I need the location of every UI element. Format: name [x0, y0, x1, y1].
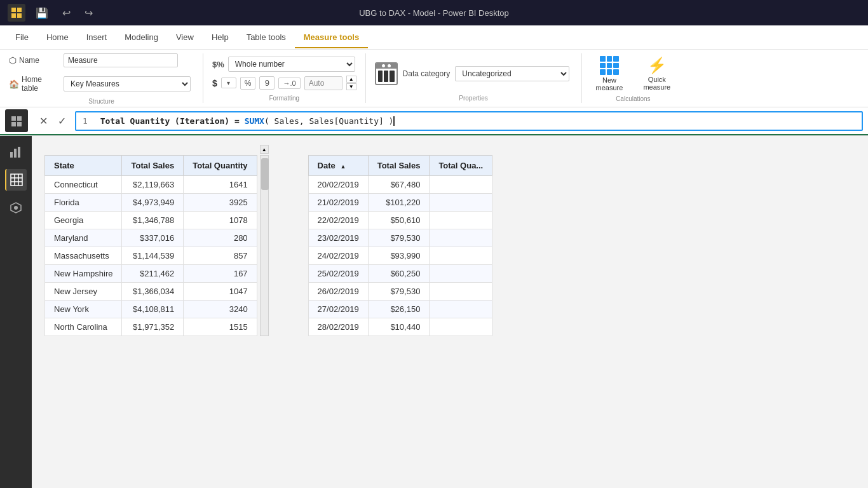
total-quantity-col-header: Total Quantity	[184, 156, 257, 176]
title-bar: 💾 ↩ ↪ UBG to DAX - Model - Power BI Desk…	[0, 0, 868, 25]
tab-help[interactable]: Help	[203, 27, 238, 48]
home-table-label: Home table	[22, 75, 60, 93]
decimal-up-button[interactable]: ▲	[346, 76, 356, 83]
table-row: New Hampshire $211,462 167	[45, 265, 257, 283]
table-row: 24/02/2019 $93,990	[308, 247, 492, 265]
table-row: Florida $4,973,949 3925	[45, 194, 257, 212]
date-qty-cell	[430, 194, 492, 212]
tab-measure-tools[interactable]: Measure tools	[295, 27, 368, 48]
dropdown-arrow-button[interactable]: ▾	[221, 78, 236, 88]
formula-bar-buttons: ✕ ✓	[36, 114, 70, 128]
total-sales-col-header: Total Sales	[122, 156, 184, 176]
state-cell: Connecticut	[45, 176, 122, 194]
state-cell: New Jersey	[45, 283, 122, 301]
state-table-wrapper: State Total Sales Total Quantity Connect…	[44, 155, 257, 336]
cursor-caret: |	[393, 116, 395, 126]
state-table: State Total Sales Total Quantity Connect…	[44, 155, 257, 336]
qty-cell: 1078	[184, 212, 257, 229]
undo-button[interactable]: ↩	[58, 4, 74, 22]
date-sales-cell: $50,610	[368, 212, 430, 229]
window-title: UBG to DAX - Model - Power BI Desktop	[359, 8, 509, 18]
decimal-places-input[interactable]	[304, 76, 342, 90]
data-category-label: Data category	[403, 69, 451, 78]
date-cell: 20/02/2019	[308, 176, 368, 194]
date-col-header: Date ▲	[308, 156, 368, 176]
tab-modeling[interactable]: Modeling	[116, 27, 167, 48]
state-cell: Florida	[45, 194, 122, 212]
date-qty-cell	[430, 265, 492, 283]
tab-view[interactable]: View	[167, 27, 203, 48]
scroll-track[interactable]	[260, 155, 269, 336]
table-row: 22/02/2019 $50,610	[308, 212, 492, 229]
svg-rect-0	[11, 8, 16, 12]
table-row: 20/02/2019 $67,480	[308, 176, 492, 194]
tab-home[interactable]: Home	[37, 27, 78, 48]
state-cell: North Carolina	[45, 318, 122, 336]
name-icon: ⬡	[9, 55, 17, 65]
tables-area: State Total Sales Total Quantity Connect…	[44, 155, 855, 336]
properties-group-label: Properties	[375, 95, 573, 103]
name-label: Name	[19, 56, 39, 65]
date-qty-cell	[430, 318, 492, 336]
decimal-down-button[interactable]: ▼	[346, 83, 356, 90]
date-sales-cell: $79,530	[368, 229, 430, 247]
format-type-select[interactable]: Whole number Decimal number Currency Per…	[228, 57, 355, 72]
qty-cell: 280	[184, 229, 257, 247]
tab-insert[interactable]: Insert	[78, 27, 116, 48]
formula-confirm-button[interactable]: ✓	[54, 114, 70, 128]
date-cell: 24/02/2019	[308, 247, 368, 265]
sidebar-item-table[interactable]	[5, 169, 27, 191]
date-cell: 23/02/2019	[308, 229, 368, 247]
formula-cancel-button[interactable]: ✕	[36, 114, 51, 128]
data-category-select[interactable]: Uncategorized Address City	[455, 66, 569, 81]
sidebar	[0, 136, 32, 488]
date-sales-cell: $93,990	[368, 247, 430, 265]
redo-button[interactable]: ↪	[81, 4, 97, 22]
date-sales-cell: $101,220	[368, 194, 430, 212]
date-total-qty-col-header: Total Qua...	[430, 156, 492, 176]
save-button[interactable]: 💾	[32, 4, 52, 22]
svg-point-17	[14, 206, 18, 210]
qty-cell: 1515	[184, 318, 257, 336]
state-cell: Massachusetts	[45, 247, 122, 265]
new-measure-label: New measure	[596, 76, 623, 92]
new-measure-button[interactable]: New measure	[591, 53, 628, 94]
percent-button[interactable]: %	[240, 77, 256, 90]
main-content: State Total Sales Total Quantity Connect…	[32, 136, 868, 488]
tab-file[interactable]: File	[6, 27, 37, 48]
quick-measure-button[interactable]: ⚡ Quick measure	[638, 54, 675, 93]
calculations-group-label: Calculations	[591, 95, 676, 104]
svg-rect-2	[11, 13, 16, 18]
qty-cell: 3925	[184, 194, 257, 212]
formula-measure-name: Total Quantity (Iteration) =	[100, 116, 245, 126]
formula-args: ( Sales, Sales[Quantity] )	[264, 116, 394, 126]
scroll-up-button[interactable]: ▲	[260, 145, 269, 154]
table-row: New Jersey $1,366,034 1047	[45, 283, 257, 301]
table-row: North Carolina $1,971,352 1515	[45, 318, 257, 336]
measure-name-input[interactable]	[64, 53, 178, 67]
sidebar-item-bar-chart[interactable]	[5, 141, 27, 163]
date-cell: 22/02/2019	[308, 212, 368, 229]
svg-rect-10	[18, 147, 20, 158]
state-cell: Georgia	[45, 212, 122, 229]
date-table-wrapper: Date ▲ Total Sales Total Qua... 20/02/20…	[308, 155, 493, 336]
table-row: 27/02/2019 $26,150	[308, 301, 492, 318]
home-table-select[interactable]: Key Measures Sales Date	[64, 76, 191, 92]
tab-table-tools[interactable]: Table tools	[238, 27, 295, 48]
sidebar-item-model[interactable]	[5, 197, 27, 219]
date-cell: 21/02/2019	[308, 194, 368, 212]
decimal-increase-button[interactable]: →.0	[278, 78, 300, 89]
new-measure-icon	[600, 56, 619, 75]
date-cell: 28/02/2019	[308, 318, 368, 336]
formula-editor[interactable]: 1 Total Quantity (Iteration) = SUMX( Sal…	[75, 111, 863, 131]
date-qty-cell	[430, 229, 492, 247]
date-table: Date ▲ Total Sales Total Qua... 20/02/20…	[308, 155, 493, 336]
quick-measure-label: Quick measure	[643, 76, 670, 91]
svg-rect-1	[17, 8, 22, 12]
sales-cell: $1,971,352	[122, 318, 184, 336]
state-cell: New York	[45, 301, 122, 318]
dollar-button[interactable]: $	[212, 78, 217, 88]
date-qty-cell	[430, 247, 492, 265]
comma-button[interactable]: 9	[259, 76, 275, 90]
date-total-sales-col-header: Total Sales	[368, 156, 430, 176]
